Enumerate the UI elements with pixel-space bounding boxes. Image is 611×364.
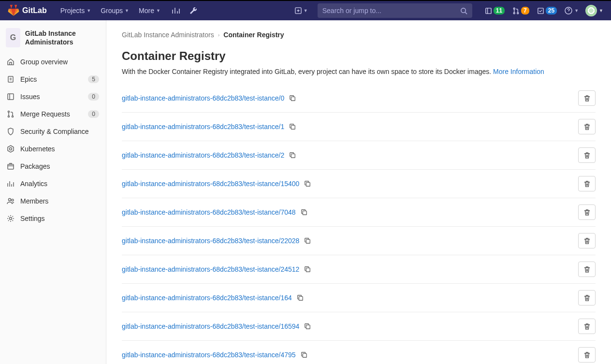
- settings-icon: [7, 215, 15, 222]
- search-icon: [460, 7, 467, 15]
- registry-image-link[interactable]: gitlab-instance-administrators-68dc2b83/…: [122, 294, 292, 302]
- delete-image-button[interactable]: [578, 319, 596, 334]
- copy-path-button[interactable]: [289, 152, 296, 159]
- sidebar-item-epics[interactable]: Epics5: [0, 71, 106, 88]
- svg-point-18: [10, 218, 12, 220]
- copy-path-button[interactable]: [304, 180, 311, 187]
- breadcrumb: GitLab Instance Administrators › Contain…: [122, 28, 596, 47]
- delete-image-button[interactable]: [578, 90, 596, 106]
- breadcrumb-parent[interactable]: GitLab Instance Administrators: [122, 31, 214, 39]
- registry-image-link[interactable]: gitlab-instance-administrators-68dc2b83/…: [122, 123, 284, 131]
- sidebar-item-issues[interactable]: Issues0: [0, 88, 106, 105]
- registry-image-link[interactable]: gitlab-instance-administrators-68dc2b83/…: [122, 94, 284, 102]
- registry-image-link[interactable]: gitlab-instance-administrators-68dc2b83/…: [122, 351, 296, 359]
- registry-row: gitlab-instance-administrators-68dc2b83/…: [122, 170, 596, 198]
- new-dropdown-button[interactable]: ▼: [291, 1, 312, 20]
- merge-requests-counter[interactable]: 7: [509, 1, 532, 20]
- chevron-down-icon: ▼: [304, 8, 308, 13]
- sidebar-item-badge: 5: [88, 75, 99, 83]
- registry-row: gitlab-instance-administrators-68dc2b83/…: [122, 141, 596, 170]
- delete-image-button[interactable]: [578, 119, 596, 134]
- sidebar-item-group-overview[interactable]: Group overview: [0, 53, 106, 71]
- svg-rect-9: [8, 94, 14, 100]
- members-icon: [7, 197, 15, 205]
- more-information-link[interactable]: More Information: [493, 68, 544, 75]
- svg-rect-8: [8, 76, 13, 82]
- registry-list: gitlab-instance-administrators-68dc2b83/…: [122, 84, 596, 364]
- registry-image-link[interactable]: gitlab-instance-administrators-68dc2b83/…: [122, 265, 299, 273]
- todos-counter[interactable]: 25: [534, 1, 560, 20]
- copy-path-button[interactable]: [304, 237, 311, 244]
- merge-request-icon: [512, 7, 520, 15]
- group-avatar: G: [6, 28, 20, 47]
- activity-icon-button[interactable]: [168, 1, 184, 20]
- question-icon: [565, 7, 572, 15]
- delete-image-button[interactable]: [578, 176, 596, 191]
- page-title: Container Registry: [122, 49, 596, 63]
- nav-projects[interactable]: Projects ▼: [57, 1, 95, 20]
- copy-path-button[interactable]: [289, 95, 296, 102]
- user-menu[interactable]: ▼: [583, 5, 603, 16]
- copy-path-button[interactable]: [301, 351, 307, 358]
- svg-rect-28: [303, 353, 306, 357]
- sidebar-item-label: Security & Compliance: [20, 128, 99, 135]
- sidebar-item-merge-requests[interactable]: Merge Requests0: [0, 105, 106, 123]
- todos-count: 25: [546, 7, 557, 15]
- page-description: With the Docker Container Registry integ…: [122, 68, 596, 75]
- todos-icon: [537, 7, 544, 15]
- registry-row: gitlab-instance-administrators-68dc2b83/…: [122, 113, 596, 141]
- copy-path-button[interactable]: [301, 209, 307, 216]
- home-icon: [7, 58, 15, 66]
- delete-image-button[interactable]: [578, 290, 596, 306]
- search-input[interactable]: [322, 7, 460, 15]
- group-name: GitLab Instance Administrators: [25, 29, 100, 46]
- svg-rect-15: [8, 164, 14, 169]
- copy-path-button[interactable]: [297, 294, 304, 301]
- sidebar-item-security-compliance[interactable]: Security & Compliance: [0, 123, 106, 140]
- delete-image-button[interactable]: [578, 147, 596, 163]
- delete-image-button[interactable]: [578, 262, 596, 277]
- delete-image-button[interactable]: [578, 347, 596, 363]
- group-context-header[interactable]: G GitLab Instance Administrators: [0, 24, 106, 53]
- mr-count: 7: [521, 7, 529, 15]
- chevron-down-icon: ▼: [574, 8, 579, 13]
- registry-image-link[interactable]: gitlab-instance-administrators-68dc2b83/…: [122, 180, 299, 188]
- copy-path-button[interactable]: [304, 266, 311, 273]
- registry-image-link[interactable]: gitlab-instance-administrators-68dc2b83/…: [122, 208, 296, 216]
- copy-path-button[interactable]: [289, 123, 296, 130]
- sidebar-item-packages[interactable]: Packages: [0, 158, 106, 175]
- sidebar-item-kubernetes[interactable]: Kubernetes: [0, 140, 106, 158]
- registry-row: gitlab-instance-administrators-68dc2b83/…: [122, 312, 596, 341]
- svg-point-10: [8, 111, 9, 112]
- registry-image-link[interactable]: gitlab-instance-administrators-68dc2b83/…: [122, 237, 299, 245]
- left-sidebar: G GitLab Instance Administrators Group o…: [0, 20, 106, 364]
- sidebar-item-badge: 0: [88, 110, 99, 118]
- sidebar-item-settings[interactable]: Settings: [0, 210, 106, 227]
- chevron-down-icon: ▼: [156, 8, 160, 13]
- issues-icon: [7, 93, 15, 101]
- sidebar-item-members[interactable]: Members: [0, 192, 106, 210]
- admin-wrench-icon-button[interactable]: [186, 1, 201, 20]
- analytics-icon: [7, 180, 15, 188]
- sidebar-item-analytics[interactable]: Analytics: [0, 175, 106, 192]
- registry-image-link[interactable]: gitlab-instance-administrators-68dc2b83/…: [122, 322, 299, 330]
- help-dropdown[interactable]: ▼: [562, 7, 582, 15]
- registry-image-link[interactable]: gitlab-instance-administrators-68dc2b83/…: [122, 151, 284, 159]
- sidebar-item-label: Members: [20, 197, 99, 205]
- issues-counter[interactable]: 11: [482, 1, 508, 20]
- chevron-down-icon: ▼: [599, 8, 603, 13]
- nav-groups[interactable]: Groups ▼: [97, 1, 133, 20]
- nav-more[interactable]: More ▼: [135, 1, 164, 20]
- svg-point-5: [517, 12, 519, 14]
- sidebar-item-label: Packages: [20, 162, 99, 170]
- global-search[interactable]: [318, 3, 472, 18]
- issues-icon: [485, 7, 492, 15]
- copy-path-button[interactable]: [304, 323, 311, 330]
- svg-rect-2: [486, 8, 491, 13]
- gitlab-logo-icon[interactable]: [8, 5, 19, 16]
- svg-point-3: [513, 8, 515, 9]
- delete-image-button[interactable]: [578, 233, 596, 248]
- brand-label[interactable]: GitLab: [22, 6, 47, 15]
- sidebar-item-label: Settings: [20, 215, 99, 222]
- delete-image-button[interactable]: [578, 204, 596, 220]
